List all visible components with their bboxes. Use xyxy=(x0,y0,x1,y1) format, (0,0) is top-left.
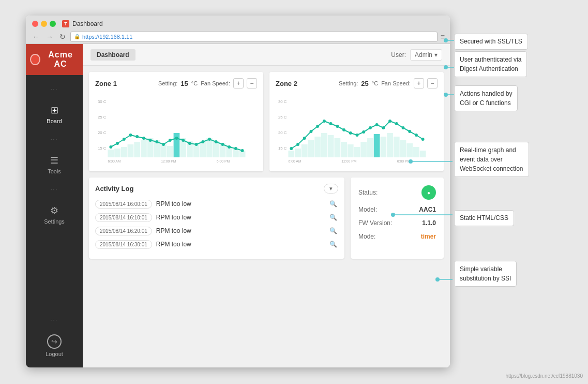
main-header: Dashboard User: Admin ▾ xyxy=(83,44,450,66)
svg-point-92 xyxy=(388,120,391,123)
sidebar-tools-label: Tools xyxy=(48,168,61,174)
log-message-4: RPM too low xyxy=(156,241,324,248)
svg-rect-11 xyxy=(134,142,140,157)
svg-point-44 xyxy=(215,140,218,143)
log-search-2[interactable]: 🔍 xyxy=(328,212,338,223)
svg-point-28 xyxy=(109,145,112,149)
sidebar-item-tools[interactable]: ☰ Tools xyxy=(26,149,83,181)
zone1-plus-button[interactable]: + xyxy=(233,78,244,88)
zone1-controls: Setting: 15 °C Fan Speed: + − xyxy=(158,78,257,88)
svg-point-83 xyxy=(329,122,333,125)
zone2-minus-button[interactable]: − xyxy=(427,78,438,88)
svg-rect-66 xyxy=(354,147,360,157)
sidebar-dots-2: ··· xyxy=(26,130,83,149)
zone2-setting-label: Setting: xyxy=(339,80,358,86)
model-row: Model: AAC1 xyxy=(358,206,436,213)
username: Admin xyxy=(415,51,432,58)
window-controls xyxy=(32,21,56,27)
logout-label: Logout xyxy=(46,351,63,357)
svg-text:15 C: 15 C xyxy=(98,146,107,151)
refresh-button[interactable]: ↻ xyxy=(58,33,67,41)
svg-point-78 xyxy=(296,143,299,146)
menu-button[interactable]: ≡ xyxy=(441,33,445,41)
back-button[interactable]: ← xyxy=(31,33,41,41)
url-text: https://192.168.1.11 xyxy=(82,34,132,40)
callout-static: Static HTML/CSS xyxy=(454,210,514,226)
svg-rect-60 xyxy=(314,137,321,157)
zone2-title: Zone 2 xyxy=(276,80,297,87)
user-section: User: Admin ▾ xyxy=(391,49,442,61)
svg-rect-58 xyxy=(301,144,308,157)
log-timestamp-2: 2015/08/14 16:10:01 xyxy=(95,213,152,222)
svg-text:30 C: 30 C xyxy=(98,99,107,104)
user-dropdown[interactable]: Admin ▾ xyxy=(410,49,442,61)
svg-text:6:00 PM: 6:00 PM xyxy=(217,159,230,163)
svg-point-77 xyxy=(290,147,293,150)
logo-area: Acme AC xyxy=(26,44,83,75)
svg-point-80 xyxy=(310,130,313,133)
activity-card: Activity Log ▾ 2015/08/14 16:00:01 RPM t… xyxy=(89,178,344,259)
zone2-plus-button[interactable]: + xyxy=(414,78,424,88)
log-search-3[interactable]: 🔍 xyxy=(328,226,338,236)
callout-auth: User authenticated via Digest Authentica… xyxy=(454,51,527,77)
callout-ssl: Secured with SSL/TLS xyxy=(454,34,528,50)
sidebar-item-board[interactable]: ⊞ Board xyxy=(26,98,83,130)
log-search-4[interactable]: 🔍 xyxy=(328,239,338,249)
zone2-card: Zone 2 Setting: 25 °C Fan Speed: + − xyxy=(269,72,444,171)
settings-icon: ⚙ xyxy=(50,205,58,216)
svg-text:12:00 PM: 12:00 PM xyxy=(341,159,356,163)
address-bar[interactable]: 🔒 https://192.168.1.11 xyxy=(70,32,438,42)
svg-point-37 xyxy=(169,139,172,142)
nav-bar: ← → ↻ 🔒 https://192.168.1.11 ≡ xyxy=(26,30,450,43)
svg-rect-56 xyxy=(288,151,294,157)
svg-rect-63 xyxy=(334,138,340,157)
close-dot[interactable] xyxy=(32,21,38,27)
svg-point-39 xyxy=(182,139,185,142)
svg-point-48 xyxy=(241,149,244,152)
svg-rect-76 xyxy=(420,151,426,157)
forward-button[interactable]: → xyxy=(44,33,55,41)
filter-chevron-icon: ▾ xyxy=(329,185,333,192)
fw-value: 1.1.0 xyxy=(422,219,436,227)
svg-point-41 xyxy=(195,143,198,146)
model-value: AAC1 xyxy=(419,206,436,213)
svg-point-42 xyxy=(201,140,204,143)
log-message-1: RPM too low xyxy=(156,200,324,208)
svg-rect-7 xyxy=(108,150,114,157)
mode-value: timer xyxy=(421,233,436,240)
svg-point-95 xyxy=(408,130,411,133)
logo-icon xyxy=(30,54,40,65)
svg-text:25 C: 25 C xyxy=(278,115,287,120)
svg-point-88 xyxy=(362,130,365,134)
mode-label: Mode: xyxy=(358,233,375,240)
zone1-title: Zone 1 xyxy=(95,80,117,87)
svg-rect-70 xyxy=(380,137,386,157)
favicon: T xyxy=(62,20,69,27)
sidebar-item-settings[interactable]: ⚙ Settings xyxy=(26,199,83,231)
svg-point-31 xyxy=(129,134,132,137)
svg-point-32 xyxy=(135,135,139,138)
zone2-chart-svg: 30 C 25 C 20 C 15 C 6:00 AM 12:00 PM 6:0… xyxy=(276,93,438,165)
svg-rect-9 xyxy=(121,147,127,157)
browser-window: T Dashboard ← → ↻ 🔒 https://192.168.1.11… xyxy=(26,16,450,367)
status-dot-inner: ● xyxy=(427,190,430,196)
maximize-dot[interactable] xyxy=(50,21,56,27)
log-search-1[interactable]: 🔍 xyxy=(328,199,338,209)
activity-filter-dropdown[interactable]: ▾ xyxy=(324,184,338,194)
zone2-fan-label: Fan Speed: xyxy=(381,80,411,86)
sidebar-dots-4: ··· xyxy=(26,311,83,329)
svg-rect-59 xyxy=(308,140,314,157)
minimize-dot[interactable] xyxy=(41,21,47,27)
zone1-minus-button[interactable]: − xyxy=(247,78,257,88)
svg-text:20 C: 20 C xyxy=(98,130,107,135)
logout-button[interactable]: ↪ Logout xyxy=(46,329,63,362)
log-entry-3: 2015/08/14 16:20:01 RPM too low 🔍 xyxy=(95,226,338,236)
activity-header: Activity Log ▾ xyxy=(95,184,338,194)
sidebar-board-label: Board xyxy=(47,118,62,124)
user-label: User: xyxy=(391,51,406,58)
svg-text:12:00 PM: 12:00 PM xyxy=(161,159,176,163)
tab-dashboard[interactable]: Dashboard xyxy=(91,49,135,61)
svg-point-85 xyxy=(342,128,345,131)
svg-rect-16 xyxy=(167,146,173,157)
sidebar-dots-1: ··· xyxy=(26,80,83,98)
